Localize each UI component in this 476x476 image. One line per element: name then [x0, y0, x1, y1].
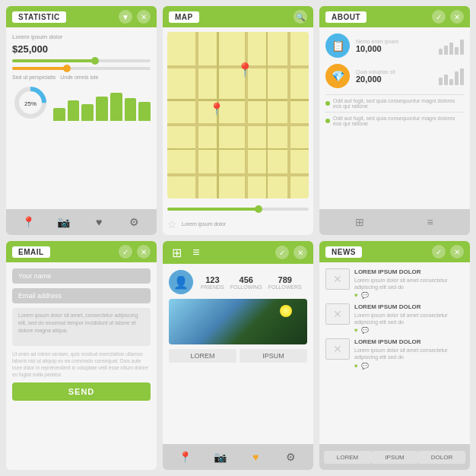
news-desc-3: Lorem ipsum dolor sit amet consectetur a… [354, 347, 464, 360]
social-stat-friends: 789 FOLLOWERS [268, 275, 302, 290]
social-list-icon[interactable]: ≡ [189, 245, 204, 260]
about-icon2: 💎 [325, 64, 350, 88]
social-camera-icon[interactable]: 📷 [213, 449, 228, 465]
social-grid-icon[interactable]: ⊞ [169, 245, 184, 260]
about-info1: Nemo enim ipsam 10,000 [356, 39, 433, 53]
email-small-text: Ut enim ad minim veniam, quis nostrud ex… [12, 351, 151, 378]
news-heart-2: ♥ [354, 327, 358, 334]
about-close-icon[interactable]: ✕ [450, 10, 464, 24]
social-settings-icon[interactable]: ⚙ [284, 449, 299, 465]
news-text-2: LOREM IPSUM DOLOR Lorem ipsum dolor sit … [354, 303, 464, 334]
news-footer-btn3[interactable]: DOLOR [418, 451, 465, 464]
stat-amount: $25,000 [12, 43, 151, 55]
placeholder-icon-2: ✕ [333, 308, 342, 320]
lorem-button[interactable]: LOREM [169, 349, 236, 363]
stat-label2: Unde omnis iste [60, 75, 98, 80]
email-widget: EMAIL ✓ ✕ Your name Email address Lorem … [6, 241, 157, 470]
list-icon[interactable]: ≡ [423, 214, 438, 230]
news-item-1: ✕ LOREM IPSUM DOLOR Lorem ipsum dolor si… [325, 268, 464, 299]
social-avatar: 👤 [169, 270, 193, 294]
map-header: MAP 🔍 [163, 6, 313, 27]
about-item1: 📋 Nemo enim ipsam 10,000 [325, 33, 464, 58]
news-widget: NEWS ✓ ✕ ✕ LOREM IPSUM DOLOR Lorem ipsum… [319, 241, 470, 470]
news-comment-2: 💬 [361, 327, 369, 334]
slider2[interactable] [12, 67, 151, 70]
star-icon[interactable]: ☆ [167, 218, 177, 230]
news-check-icon[interactable]: ✓ [432, 245, 446, 259]
map-pin-blue[interactable]: 📍 [209, 102, 224, 116]
statistic-header: STATISTIC ▼ ✕ [6, 6, 157, 27]
news-meta-1: ♥ 💬 [354, 292, 464, 299]
svg-text:25%: 25% [24, 100, 36, 107]
news-heart-3: ♥ [354, 363, 358, 370]
about-text1: Odit aut fugit, sed quia consequuntur ma… [325, 98, 464, 109]
social-footer: 📍 📷 ♥ ⚙ [163, 444, 313, 470]
about-body: 📋 Nemo enim ipsam 10,000 💎 Quia voluptas… [319, 27, 470, 209]
social-profile-area: 👤 123 FRIENDS 456 FOLLOWING 789 FOLLOWER… [169, 270, 307, 294]
news-text-1: LOREM IPSUM DOLOR Lorem ipsum dolor sit … [354, 268, 464, 299]
followers-count: 123 [201, 275, 224, 284]
news-footer: LOREM IPSUM DOLOR [319, 444, 470, 470]
email-close-icon[interactable]: ✕ [137, 245, 151, 259]
about-widget: ABOUT ✓ ✕ 📋 Nemo enim ipsam 10,000 💎 Qui… [319, 6, 470, 235]
map-body: 📍 📍 ☆ Lorem ipsum dolor [163, 27, 313, 235]
map-slider[interactable] [167, 203, 309, 215]
news-desc-2: Lorem ipsum dolor sit amet consectetur a… [354, 312, 464, 325]
news-footer-btn2[interactable]: IPSUM [371, 451, 418, 464]
following-label: FOLLOWING [230, 284, 262, 290]
email-input[interactable]: Email address [12, 288, 151, 303]
placeholder-icon-3: ✕ [333, 343, 342, 355]
location-icon[interactable]: 📍 [21, 214, 36, 230]
about-divider2 [325, 112, 464, 113]
name-input[interactable]: Your name [12, 268, 151, 284]
statistic-chevron-icon[interactable]: ▼ [119, 10, 132, 24]
news-comment-1: 💬 [361, 292, 369, 299]
email-textarea[interactable]: Lorem ipsum dolor sit amet, consectetur … [12, 308, 151, 346]
grid-icon[interactable]: ⊞ [352, 214, 367, 230]
about-info2: Quia voluptas sit 20,000 [356, 69, 433, 84]
about-value2: 20,000 [356, 75, 433, 84]
slider1[interactable] [12, 59, 151, 62]
news-footer-btn1[interactable]: LOREM [324, 451, 371, 464]
about-header: ABOUT ✓ ✕ [319, 6, 470, 27]
news-item-3: ✕ LOREM IPSUM DOLOR Lorem ipsum dolor si… [325, 338, 464, 369]
about-icon1: 📋 [325, 33, 350, 58]
social-heart-icon[interactable]: ♥ [248, 449, 263, 465]
social-stats: 123 FRIENDS 456 FOLLOWING 789 FOLLOWERS [201, 275, 302, 290]
news-close-icon[interactable]: ✕ [450, 245, 464, 259]
email-check-icon[interactable]: ✓ [119, 245, 132, 259]
email-title: EMAIL [12, 246, 50, 258]
social-header: ⊞ ≡ ✓ ✕ [163, 241, 313, 264]
settings-icon[interactable]: ⚙ [127, 214, 142, 230]
news-title-2: LOREM IPSUM DOLOR [354, 303, 464, 310]
map-footer-area: ☆ Lorem ipsum dolor [167, 218, 309, 230]
social-check-icon[interactable]: ✓ [275, 246, 289, 259]
statistic-close-icon[interactable]: ✕ [137, 10, 151, 24]
ipsum-button[interactable]: IPSUM [240, 349, 307, 363]
camera-icon[interactable]: 📷 [56, 214, 71, 230]
send-button[interactable]: SEND [12, 382, 151, 401]
map-title: MAP [169, 11, 199, 23]
news-title-1: LOREM IPSUM DOLOR [354, 268, 464, 275]
about-text2: Odit aut fugit, sed quia consequuntur ma… [325, 116, 464, 126]
news-item-2: ✕ LOREM IPSUM DOLOR Lorem ipsum dolor si… [325, 303, 464, 334]
map-search-icon[interactable]: 🔍 [294, 10, 307, 24]
followers-label: FRIENDS [201, 284, 224, 290]
social-location-icon[interactable]: 📍 [177, 449, 192, 465]
stat-lorem: Lorem ipsum dolor [12, 33, 151, 40]
social-stat-following: 456 FOLLOWING [230, 275, 262, 290]
news-meta-3: ♥ 💬 [354, 363, 464, 370]
about-check-icon[interactable]: ✓ [432, 10, 446, 24]
news-thumb-1: ✕ [325, 268, 350, 290]
about-divider1 [325, 94, 464, 95]
friends-label: FOLLOWERS [268, 284, 302, 290]
news-meta-2: ♥ 💬 [354, 327, 464, 334]
map-pin-orange[interactable]: 📍 [236, 62, 253, 78]
map-area[interactable]: 📍 📍 [167, 32, 309, 198]
social-widget: ⊞ ≡ ✓ ✕ 👤 123 FRIENDS 456 FOLLOWING 789 … [163, 241, 313, 470]
social-close-icon[interactable]: ✕ [294, 246, 307, 259]
following-count: 456 [230, 275, 262, 284]
heart-icon[interactable]: ♥ [91, 214, 106, 230]
sun-decoration [280, 305, 292, 317]
stat-bottom: 25% [12, 83, 151, 121]
